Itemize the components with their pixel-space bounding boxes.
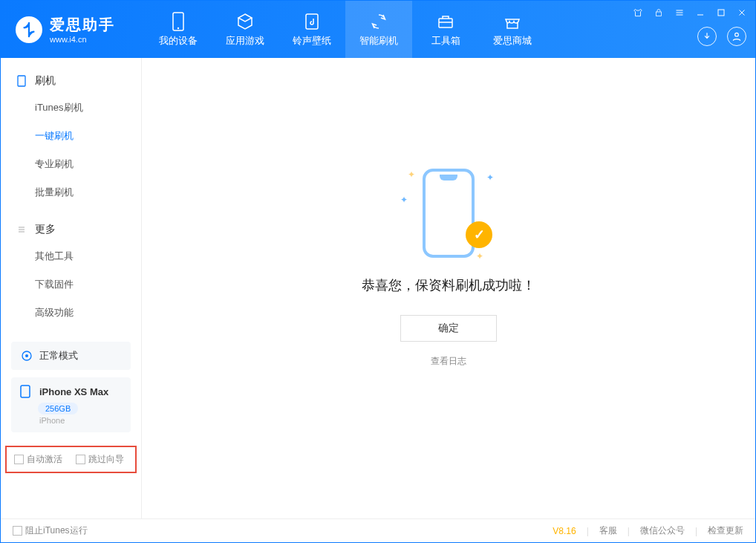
app-title: 爱思助手 bbox=[50, 15, 115, 35]
footer-left: 阻止iTunes运行 bbox=[13, 524, 88, 537]
nav-tab-apps[interactable]: 应用游戏 bbox=[212, 1, 278, 58]
skin-icon[interactable] bbox=[632, 7, 644, 19]
maximize-icon[interactable] bbox=[715, 7, 727, 19]
music-file-icon bbox=[302, 12, 322, 31]
nav-tab-label: 智能刷机 bbox=[359, 34, 398, 48]
device-mode-card[interactable]: 正常模式 bbox=[11, 342, 131, 370]
window-controls bbox=[632, 7, 748, 19]
check-update-link[interactable]: 检查更新 bbox=[708, 524, 743, 537]
sidebar-item-itunes-flash[interactable]: iTunes刷机 bbox=[1, 94, 141, 122]
svg-point-1 bbox=[177, 27, 179, 28]
toolbox-icon bbox=[436, 12, 455, 31]
sidebar-item-batch-flash[interactable]: 批量刷机 bbox=[1, 178, 141, 207]
nav-tab-label: 应用游戏 bbox=[226, 34, 264, 48]
wechat-link[interactable]: 微信公众号 bbox=[640, 524, 685, 537]
checkbox-icon bbox=[76, 455, 85, 464]
checkbox-icon bbox=[14, 455, 24, 464]
nav-tab-flash[interactable]: 智能刷机 bbox=[345, 1, 412, 58]
checkbox-auto-activate[interactable]: 自动激活 bbox=[14, 453, 62, 466]
phone-icon bbox=[169, 12, 188, 31]
device-icon bbox=[20, 385, 33, 398]
nav-tab-label: 我的设备 bbox=[159, 34, 198, 48]
nav-tab-device[interactable]: 我的设备 bbox=[145, 1, 212, 58]
svg-point-4 bbox=[735, 33, 739, 36]
nav-tab-label: 铃声壁纸 bbox=[293, 34, 331, 48]
device-type: iPhone bbox=[39, 416, 122, 425]
svg-rect-5 bbox=[656, 12, 662, 16]
svg-point-9 bbox=[25, 354, 28, 357]
footer-right: V8.16 | 客服 | 微信公众号 | 检查更新 bbox=[553, 524, 743, 537]
checkbox-icon bbox=[13, 526, 22, 536]
checkbox-label: 自动激活 bbox=[27, 453, 62, 466]
svg-rect-6 bbox=[718, 10, 724, 16]
menu-icon[interactable] bbox=[674, 7, 685, 19]
app-body: 刷机 iTunes刷机 一键刷机 专业刷机 批量刷机 更多 其他工具 下载固件 … bbox=[1, 58, 755, 518]
success-illustration: ✦ ✦ ✦ ✦ ✓ bbox=[400, 165, 497, 261]
app-header: 爱思助手 www.i4.cn 我的设备 应用游戏 铃声壁纸 智能刷机 工具箱 爱… bbox=[1, 1, 755, 58]
download-icon[interactable] bbox=[697, 27, 717, 46]
success-message: 恭喜您，保资料刷机成功啦！ bbox=[362, 276, 535, 294]
phone-small-icon bbox=[16, 75, 27, 87]
checkbox-label: 阻止iTunes运行 bbox=[25, 524, 88, 537]
checkbox-skip-guide[interactable]: 跳过向导 bbox=[76, 453, 124, 466]
app-logo-icon bbox=[16, 16, 42, 43]
minimize-icon[interactable] bbox=[694, 7, 706, 19]
sparkle-icon: ✦ bbox=[476, 251, 483, 261]
separator: | bbox=[695, 526, 697, 536]
sidebar-section-more: 更多 其他工具 下载固件 高级功能 bbox=[1, 217, 141, 327]
sidebar: 刷机 iTunes刷机 一键刷机 专业刷机 批量刷机 更多 其他工具 下载固件 … bbox=[1, 58, 142, 518]
nav-tabs: 我的设备 应用游戏 铃声壁纸 智能刷机 工具箱 爱思商城 bbox=[145, 1, 546, 58]
main-content: ✦ ✦ ✦ ✦ ✓ 恭喜您，保资料刷机成功啦！ 确定 查看日志 bbox=[142, 58, 755, 518]
device-info-card[interactable]: iPhone XS Max 256GB iPhone bbox=[11, 377, 131, 432]
device-name: iPhone XS Max bbox=[39, 386, 108, 397]
separator: | bbox=[628, 526, 630, 536]
user-icon[interactable] bbox=[727, 27, 746, 46]
separator: | bbox=[587, 526, 589, 536]
svg-rect-7 bbox=[18, 76, 25, 86]
device-mode-label: 正常模式 bbox=[39, 349, 78, 362]
nav-tab-ringtone[interactable]: 铃声壁纸 bbox=[278, 1, 345, 58]
sidebar-item-advanced[interactable]: 高级功能 bbox=[1, 299, 141, 327]
phone-outline-icon bbox=[423, 169, 475, 258]
sidebar-item-oneclick-flash[interactable]: 一键刷机 bbox=[1, 122, 141, 150]
logo-area: 爱思助手 www.i4.cn bbox=[1, 15, 130, 44]
header-right-actions bbox=[697, 27, 746, 46]
sidebar-section-header[interactable]: 更多 bbox=[1, 217, 141, 242]
cube-icon bbox=[235, 12, 255, 31]
svg-rect-3 bbox=[439, 19, 452, 27]
view-log-link[interactable]: 查看日志 bbox=[431, 355, 466, 368]
sidebar-section-header[interactable]: 刷机 bbox=[1, 68, 141, 94]
normal-mode-icon bbox=[20, 349, 33, 362]
sidebar-item-download-firmware[interactable]: 下载固件 bbox=[1, 270, 141, 299]
nav-tab-tools[interactable]: 工具箱 bbox=[412, 1, 479, 58]
svg-rect-10 bbox=[21, 386, 30, 397]
sidebar-options-row: 自动激活 跳过向导 bbox=[5, 446, 137, 473]
sync-icon bbox=[369, 12, 388, 31]
sidebar-section-title: 更多 bbox=[35, 223, 56, 236]
sidebar-section-title: 刷机 bbox=[35, 74, 56, 88]
device-capacity-badge: 256GB bbox=[38, 403, 78, 414]
app-subtitle: www.i4.cn bbox=[50, 35, 115, 44]
footer: 阻止iTunes运行 V8.16 | 客服 | 微信公众号 | 检查更新 bbox=[1, 518, 755, 542]
close-icon[interactable] bbox=[736, 7, 748, 19]
nav-tab-store[interactable]: 爱思商城 bbox=[479, 1, 546, 58]
list-icon bbox=[16, 224, 27, 235]
sidebar-item-pro-flash[interactable]: 专业刷机 bbox=[1, 150, 141, 178]
sparkle-icon: ✦ bbox=[400, 195, 408, 205]
sidebar-item-other-tools[interactable]: 其他工具 bbox=[1, 242, 141, 270]
sparkle-icon: ✦ bbox=[408, 169, 415, 180]
nav-tab-label: 爱思商城 bbox=[493, 34, 532, 48]
checkbox-block-itunes[interactable]: 阻止iTunes运行 bbox=[13, 524, 88, 537]
store-icon bbox=[503, 12, 522, 31]
support-link[interactable]: 客服 bbox=[599, 524, 617, 537]
sidebar-section-flash: 刷机 iTunes刷机 一键刷机 专业刷机 批量刷机 bbox=[1, 68, 141, 207]
checkbox-label: 跳过向导 bbox=[88, 453, 124, 466]
lock-icon[interactable] bbox=[653, 7, 665, 19]
sparkle-icon: ✦ bbox=[486, 172, 494, 183]
version-label: V8.16 bbox=[553, 526, 576, 536]
ok-button[interactable]: 确定 bbox=[400, 315, 497, 342]
nav-tab-label: 工具箱 bbox=[431, 34, 460, 48]
check-badge-icon: ✓ bbox=[466, 221, 492, 248]
